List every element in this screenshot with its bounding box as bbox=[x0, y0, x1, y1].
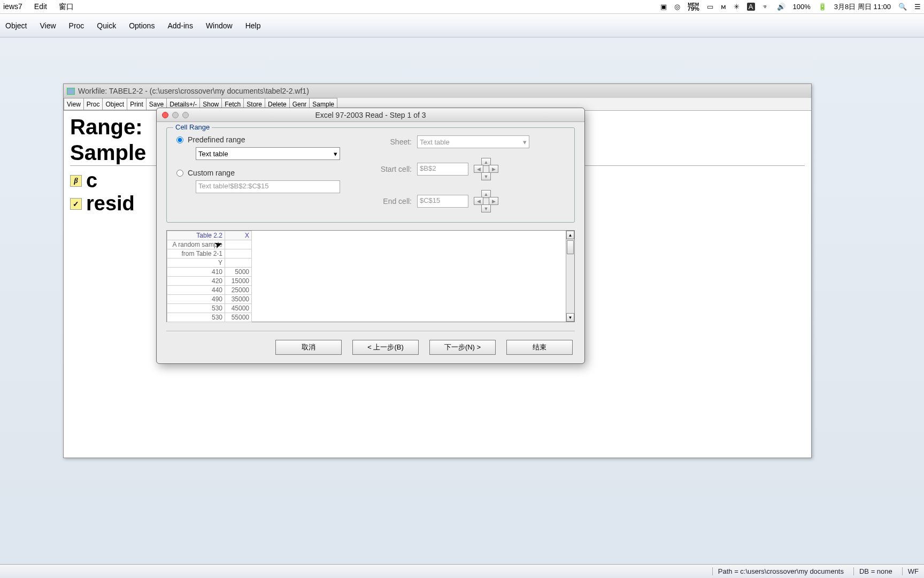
menu-proc[interactable]: Proc bbox=[69, 21, 84, 30]
scroll-down-button[interactable]: ▼ bbox=[566, 313, 574, 322]
menu-help[interactable]: Help bbox=[245, 21, 261, 30]
dialog-divider bbox=[166, 331, 575, 331]
scroll-thumb[interactable] bbox=[567, 240, 574, 254]
excel-import-dialog: Excel 97-2003 Read - Step 1 of 3 Cell Ra… bbox=[156, 108, 585, 364]
nav-down-button[interactable]: ▼ bbox=[481, 204, 491, 212]
sync-icon[interactable]: ◎ bbox=[674, 3, 680, 11]
table-row: 49035000 bbox=[167, 295, 252, 304]
dialog-titlebar[interactable]: Excel 97-2003 Read - Step 1 of 3 bbox=[157, 108, 584, 122]
tray-icon-2[interactable]: ᴍ bbox=[721, 3, 726, 11]
screen-record-icon[interactable]: ▣ bbox=[660, 3, 667, 11]
table-row: 53045000 bbox=[167, 304, 252, 313]
wf-btn-view[interactable]: View bbox=[64, 98, 83, 110]
preview-sub-2: from Table 2-1 bbox=[167, 249, 225, 258]
memory-badge[interactable]: MEM 79% bbox=[688, 3, 699, 11]
chevron-down-icon: ▾ bbox=[523, 138, 527, 146]
preview-table: Table 2.2X A random sample from Table 2-… bbox=[167, 231, 252, 322]
nav-left-button[interactable]: ◀ bbox=[474, 165, 483, 173]
minimize-icon[interactable] bbox=[172, 112, 179, 118]
cell-range-group: Cell Range Predefined range Text table ▾ bbox=[166, 127, 575, 223]
finish-button[interactable]: 结束 bbox=[506, 340, 573, 355]
end-cell-input[interactable]: $C$15 bbox=[417, 195, 468, 208]
data-preview: Table 2.2X A random sample from Table 2-… bbox=[166, 230, 575, 322]
cancel-button[interactable]: 取消 bbox=[275, 340, 342, 355]
table-row: 42015000 bbox=[167, 277, 252, 286]
tray-icon-1[interactable]: ▭ bbox=[707, 3, 713, 11]
nav-down-button[interactable]: ▼ bbox=[481, 172, 491, 180]
bluetooth-icon[interactable]: ✳ bbox=[734, 3, 740, 11]
preview-header-2: X bbox=[225, 231, 252, 240]
start-cell-nav: ▲ ◀ ▶ ▼ bbox=[474, 158, 498, 180]
wf-btn-object[interactable]: Object bbox=[102, 98, 127, 110]
battery-icon[interactable]: 🔋 bbox=[818, 3, 827, 11]
zoom-icon[interactable] bbox=[182, 112, 189, 118]
preview-sub-3: Y bbox=[167, 258, 225, 268]
preview-scrollbar[interactable]: ▲ ▼ bbox=[566, 231, 574, 322]
wf-btn-print[interactable]: Print bbox=[127, 98, 146, 110]
mac-app-name[interactable]: iews7 bbox=[3, 2, 22, 12]
volume-icon[interactable]: 🔊 bbox=[777, 3, 786, 11]
sheet-select[interactable]: Text table ▾ bbox=[417, 135, 529, 148]
predefined-select[interactable]: Text table ▾ bbox=[196, 147, 340, 160]
nav-left-button[interactable]: ◀ bbox=[474, 197, 483, 205]
custom-range-input[interactable]: Text table!$B$2:$C$15 bbox=[196, 180, 340, 193]
custom-radio[interactable] bbox=[176, 170, 183, 177]
start-cell-input[interactable]: $B$2 bbox=[417, 163, 468, 176]
custom-label: Custom range bbox=[188, 169, 235, 177]
end-cell-nav: ▲ ◀ ▶ ▼ bbox=[474, 190, 498, 212]
menu-addins[interactable]: Add-ins bbox=[167, 21, 192, 30]
preview-header-1: Table 2.2 bbox=[167, 231, 225, 240]
menu-view[interactable]: View bbox=[40, 21, 56, 30]
back-button[interactable]: < 上一步(B) bbox=[352, 340, 419, 355]
table-row: 53055000 bbox=[167, 313, 252, 322]
check-icon: ✓ bbox=[70, 198, 82, 210]
menu-quick[interactable]: Quick bbox=[97, 21, 116, 30]
start-cell-label: Start cell: bbox=[374, 165, 412, 173]
workfile-title-text: Workfile: TABEL2-2 - (c:\users\crossover… bbox=[78, 87, 309, 95]
nav-right-button[interactable]: ▶ bbox=[489, 165, 498, 173]
status-db: DB = none bbox=[853, 567, 892, 575]
mac-menu-window[interactable]: 窗口 bbox=[59, 2, 74, 12]
wifi-icon[interactable]: ᯤ bbox=[763, 3, 769, 11]
status-path: Path = c:\users\crossover\my documents bbox=[712, 567, 844, 575]
next-button[interactable]: 下一步(N) > bbox=[429, 340, 496, 355]
status-wf: WF bbox=[902, 567, 919, 575]
dialog-title-text: Excel 97-2003 Read - Step 1 of 3 bbox=[315, 111, 426, 119]
menu-icon[interactable]: ☰ bbox=[914, 3, 921, 11]
table-row: 4105000 bbox=[167, 268, 252, 277]
predefined-label: Predefined range bbox=[188, 135, 245, 144]
workfile-titlebar[interactable]: Workfile: TABEL2-2 - (c:\users\crossover… bbox=[64, 84, 811, 98]
sheet-label: Sheet: bbox=[374, 138, 412, 146]
close-icon[interactable] bbox=[162, 112, 168, 118]
scroll-up-button[interactable]: ▲ bbox=[566, 231, 574, 239]
menu-options[interactable]: Options bbox=[129, 21, 155, 30]
workfile-icon bbox=[67, 88, 75, 95]
app-window: Object View Proc Quick Options Add-ins W… bbox=[0, 14, 924, 578]
nav-right-button[interactable]: ▶ bbox=[489, 197, 498, 205]
end-cell-label: End cell: bbox=[374, 197, 412, 206]
datetime[interactable]: 3月8日 周日 11:00 bbox=[834, 2, 891, 12]
beta-icon: β bbox=[70, 175, 82, 187]
predefined-radio[interactable] bbox=[176, 136, 183, 143]
menu-window[interactable]: Window bbox=[206, 21, 233, 30]
menu-object[interactable]: Object bbox=[5, 21, 27, 30]
battery-text: 100% bbox=[793, 3, 811, 11]
status-bar: Path = c:\users\crossover\my documents D… bbox=[0, 564, 924, 578]
app-menubar: Object View Proc Quick Options Add-ins W… bbox=[0, 14, 924, 37]
chevron-down-icon: ▾ bbox=[334, 150, 337, 158]
mac-menu-edit[interactable]: Edit bbox=[34, 2, 47, 12]
group-legend: Cell Range bbox=[173, 123, 212, 131]
table-row: 44025000 bbox=[167, 286, 252, 295]
preview-sub-1: A random sample bbox=[167, 240, 225, 249]
wf-btn-proc[interactable]: Proc bbox=[83, 98, 103, 110]
input-source-icon[interactable]: A bbox=[747, 3, 755, 11]
mac-menubar: iews7 Edit 窗口 ▣ ◎ MEM 79% ▭ ᴍ ✳ A ᯤ 🔊 10… bbox=[0, 0, 924, 14]
spotlight-icon[interactable]: 🔍 bbox=[898, 3, 907, 11]
